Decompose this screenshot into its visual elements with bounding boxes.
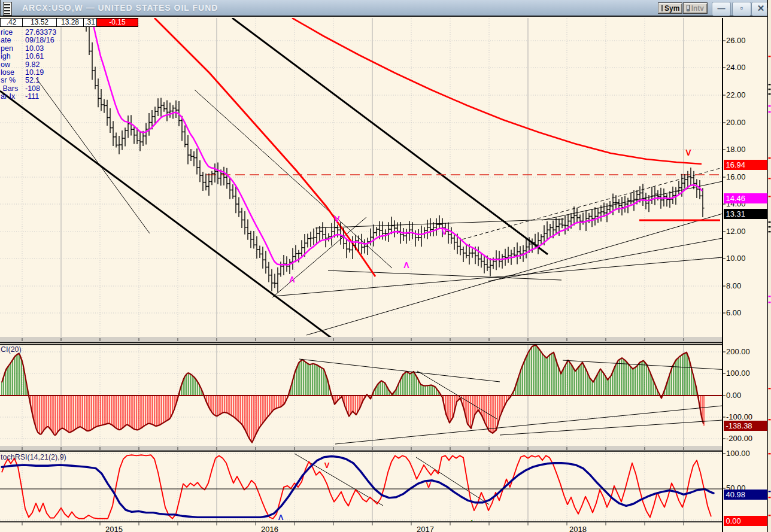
x-axis-year-label: 2018 (569, 525, 587, 532)
x-axis-year-label: 2015 (105, 525, 123, 532)
y-axis-label: 0.00 (726, 391, 741, 400)
y-axis-label: 22.00 (726, 90, 746, 99)
x-axis-year-label: 2017 (417, 525, 434, 532)
price-badge: 13.31 (724, 209, 767, 219)
y-axis-label: 200.00 (726, 347, 750, 356)
cursor-info-row: rice27.63373 (1, 29, 56, 37)
quote-row: .4213.5213.28.31-0.15 (0, 18, 138, 27)
cursor-info-panel: rice27.63373ate09/18/16pen10.03igh10.61o… (1, 29, 56, 101)
wave-annotation: V (426, 481, 432, 490)
price-badge: 16.94 (724, 160, 767, 170)
y-axis-label: 10.00 (726, 254, 746, 263)
quote-cell: -0.15 (97, 18, 138, 27)
cursor-info-row: ar Ix-111 (1, 93, 56, 101)
quote-cell: 13.28 (57, 18, 84, 27)
cursor-info-row: ow9.82 (1, 61, 56, 69)
cursor-info-row: ate09/18/16 (1, 37, 56, 44)
y-axis-label: 8.00 (726, 281, 741, 290)
y-axis-label: 100.00 (726, 449, 750, 458)
y-axis-label: 18.00 (726, 145, 746, 154)
y-axis-label: 12.00 (726, 227, 746, 236)
cursor-info-row: sr %52.1 (1, 77, 56, 84)
price-badge: 14.46 (724, 193, 767, 203)
y-axis-label: 26.00 (726, 36, 746, 45)
stochrsi-pane-label: tochRSI(14,21(2),9) (1, 453, 66, 461)
wave-annotation: V (324, 461, 330, 470)
y-axis-label: 16.00 (726, 172, 746, 181)
wave-annotation: Λ (289, 275, 295, 284)
cci-pane-label: CI(20) (1, 345, 22, 354)
quote-cell: .31 (84, 18, 97, 27)
y-axis-label: 24.00 (726, 63, 746, 72)
wave-annotation: Λ (278, 513, 284, 522)
x-axis-year-label: 2016 (261, 525, 278, 532)
wave-annotation: V (441, 227, 447, 236)
price-badge: -138.38 (724, 421, 767, 431)
y-axis-label: 20.00 (726, 118, 746, 127)
quote-cell: 13.52 (23, 18, 57, 27)
y-axis-label: 6.00 (726, 308, 741, 317)
y-axis-label: 100.00 (726, 369, 750, 378)
price-badge: 40.98 (724, 490, 767, 500)
cursor-info-row: lose10.19 (1, 69, 56, 77)
wave-annotation: V (334, 214, 340, 224)
quote-cell: .42 (0, 18, 23, 27)
cursor-info-row: pen10.03 (1, 45, 56, 53)
y-axis-label: -200.00 (726, 434, 752, 443)
wave-annotation: V (685, 148, 691, 157)
chart-canvas[interactable]: ΛVΛVVΛVVd (0, 0, 771, 532)
cursor-info-row: Bars-108 (1, 85, 56, 93)
wave-annotation: Λ (403, 260, 409, 270)
price-badge: 0.00 (724, 516, 767, 526)
cursor-info-row: igh10.61 (1, 53, 56, 60)
